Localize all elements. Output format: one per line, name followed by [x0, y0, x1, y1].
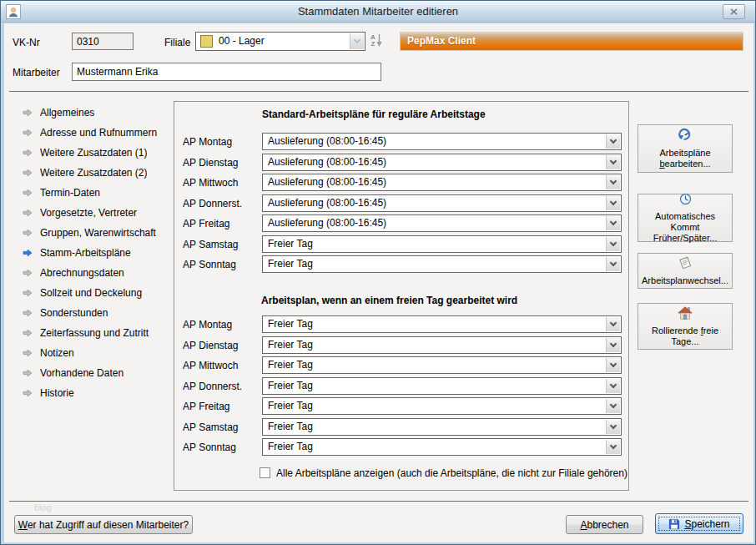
ap-combobox[interactable]: Freier Tag: [262, 336, 622, 354]
ap-combobox[interactable]: Freier Tag: [262, 418, 622, 436]
ap-combobox[interactable]: Freier Tag: [262, 438, 622, 456]
sidebar-item-1[interactable]: Adresse und Rufnummern: [23, 123, 173, 143]
chevron-down-icon[interactable]: [606, 196, 620, 210]
ap-combobox[interactable]: Auslieferung (08:00-16:45): [262, 194, 622, 212]
window-title: Stammdaten Mitarbeiter editieren: [1, 1, 755, 23]
ap-combobox[interactable]: Auslieferung (08:00-16:45): [262, 154, 622, 171]
ap-combobox-value: Auslieferung (08:00-16:45): [268, 134, 604, 149]
sidebar-item-3[interactable]: Weitere Zusatzdaten (2): [23, 163, 173, 183]
automatisches-kommt-button[interactable]: Automatisches Kommt Früher/Später...: [638, 194, 733, 242]
arbeitsplaene-bearbeiten-button[interactable]: Arbeitspläne bearbeiten...: [638, 124, 733, 173]
ap-combobox[interactable]: Freier Tag: [262, 397, 622, 415]
footer-separator: [9, 501, 748, 502]
edit-schedules-icon: [677, 128, 693, 145]
save-button[interactable]: Speichern: [655, 513, 743, 534]
arbeitsplanwechsel-button[interactable]: Arbeitsplanwechsel...: [638, 253, 733, 289]
chevron-down-icon[interactable]: [606, 338, 620, 352]
sidebar-item-7[interactable]: Stamm-Arbeitspläne: [23, 243, 173, 263]
ap-row: AP Donnerst. Auslieferung (08:00-16:45): [183, 194, 626, 212]
access-info-button[interactable]: Wer hat Zugriff auf diesen Mitarbeiter?: [14, 515, 193, 534]
chevron-down-icon[interactable]: [350, 33, 364, 49]
sidebar-item-13[interactable]: Vorhandene Daten: [23, 363, 173, 383]
arrow-right-icon: [23, 309, 33, 317]
sidebar-item-0[interactable]: Allgemeines: [23, 103, 173, 123]
show-all-plans-checkbox[interactable]: [260, 467, 270, 478]
close-icon: [730, 8, 738, 15]
ap-row: AP Montag Freier Tag: [183, 315, 626, 333]
chevron-down-icon[interactable]: [606, 134, 620, 149]
ap-row: AP Freitag Freier Tag: [183, 397, 626, 415]
ap-row: AP Dienstag Auslieferung (08:00-16:45): [183, 154, 626, 171]
watermark: blog: [34, 502, 52, 512]
sidebar-item-11[interactable]: Zeiterfassung und Zutritt: [23, 323, 173, 343]
sort-arrow-icon: [376, 33, 382, 48]
ap-day-label: AP Montag: [183, 136, 232, 148]
header-separator: [9, 91, 748, 92]
ap-combobox-value: Freier Tag: [268, 256, 604, 272]
ap-combobox-value: Freier Tag: [268, 378, 604, 394]
close-button[interactable]: [723, 4, 745, 19]
ap-combobox-value: Auslieferung (08:00-16:45): [268, 154, 604, 170]
sidebar-item-6[interactable]: Gruppen, Warenwirtschaft: [23, 223, 173, 243]
ap-day-label: AP Donnerst.: [183, 198, 242, 209]
ap-day-label: AP Sonntag: [183, 259, 236, 270]
chevron-down-icon[interactable]: [606, 216, 620, 230]
chevron-down-icon[interactable]: [606, 399, 620, 413]
filiale-combobox[interactable]: 00 - Lager: [195, 32, 365, 51]
rollierende-freie-tage-button[interactable]: Rollierende freie Tage...: [638, 303, 733, 350]
title-bar: Stammdaten Mitarbeiter editieren: [1, 1, 755, 23]
chevron-down-icon[interactable]: [606, 237, 620, 251]
chevron-down-icon[interactable]: [606, 358, 620, 372]
show-all-plans-label: Alle Arbeitspläne anzeigen (auch die Arb…: [276, 467, 627, 479]
ap-day-label: AP Dienstag: [183, 340, 239, 351]
chevron-down-icon[interactable]: [606, 155, 620, 169]
chevron-down-icon[interactable]: [606, 175, 620, 189]
chevron-down-icon[interactable]: [606, 317, 620, 331]
ap-row: AP Sonntag Freier Tag: [183, 255, 626, 273]
section2-heading: Arbeitsplan, wenn an einem freien Tag ge…: [261, 295, 517, 306]
arrow-right-icon: [23, 369, 33, 377]
ap-combobox-value: Freier Tag: [268, 439, 604, 455]
ap-day-label: AP Mittwoch: [183, 360, 238, 371]
ap-combobox[interactable]: Freier Tag: [262, 356, 622, 374]
ap-row: AP Donnerst. Freier Tag: [183, 377, 626, 395]
sidebar-item-5[interactable]: Vorgesetzte, Vertreter: [23, 203, 173, 223]
ap-combobox[interactable]: Freier Tag: [262, 315, 622, 333]
ap-combobox-value: Freier Tag: [268, 236, 604, 252]
ap-combobox[interactable]: Auslieferung (08:00-16:45): [262, 174, 622, 191]
sidebar-item-12[interactable]: Notizen: [23, 343, 173, 363]
ap-combobox-value: Auslieferung (08:00-16:45): [268, 195, 604, 211]
chevron-down-icon[interactable]: [606, 440, 620, 454]
ap-row: AP Mittwoch Freier Tag: [183, 356, 626, 374]
ap-day-label: AP Donnerst.: [183, 381, 242, 392]
ap-combobox[interactable]: Freier Tag: [262, 255, 622, 273]
sidebar-item-8[interactable]: Abrechnungsdaten: [23, 263, 173, 283]
arrow-right-icon: [23, 289, 33, 297]
cancel-button[interactable]: Abbrechen: [566, 515, 643, 534]
house-icon: [678, 306, 693, 323]
save-icon: [668, 518, 680, 530]
ap-row: AP Samstag Freier Tag: [183, 418, 626, 436]
sort-az-button[interactable]: AZ: [369, 33, 384, 48]
chevron-down-icon[interactable]: [606, 420, 620, 434]
sidebar-item-4[interactable]: Termin-Daten: [23, 183, 173, 203]
arrow-right-icon: [23, 209, 33, 217]
ap-combobox[interactable]: Freier Tag: [262, 377, 622, 395]
arrow-right-icon: [23, 129, 33, 137]
mitarbeiter-field[interactable]: [72, 63, 381, 81]
vk-nr-field[interactable]: [72, 33, 134, 50]
ap-combobox-value: Freier Tag: [268, 316, 604, 332]
chevron-down-icon[interactable]: [606, 257, 620, 271]
arrow-right-icon: [23, 349, 33, 357]
chevron-down-icon[interactable]: [606, 379, 620, 393]
filiale-value: 00 - Lager: [219, 33, 348, 50]
ap-combobox[interactable]: Freier Tag: [262, 235, 622, 253]
ap-combobox-value: Auslieferung (08:00-16:45): [268, 215, 604, 231]
sidebar-item-10[interactable]: Sonderstunden: [23, 303, 173, 323]
ap-day-label: AP Freitag: [183, 401, 229, 412]
sidebar-item-14[interactable]: Historie: [23, 383, 173, 403]
ap-combobox[interactable]: Auslieferung (08:00-16:45): [262, 133, 622, 150]
ap-combobox[interactable]: Auslieferung (08:00-16:45): [262, 214, 622, 232]
sidebar-item-9[interactable]: Sollzeit und Deckelung: [23, 283, 173, 303]
sidebar-item-2[interactable]: Weitere Zusatzdaten (1): [23, 143, 173, 163]
